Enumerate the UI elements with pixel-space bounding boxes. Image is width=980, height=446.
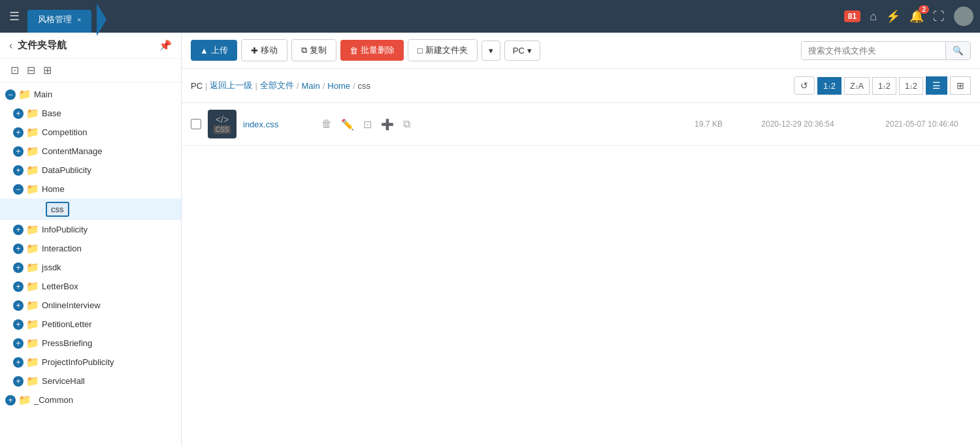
search-input[interactable] (802, 42, 945, 59)
file-delete-btn[interactable]: 🗑 (321, 118, 332, 131)
toggle-petitionletter[interactable]: + (13, 319, 24, 330)
sidebar-item-jssdk[interactable]: +📁jssdk (0, 258, 181, 277)
file-add-btn[interactable]: ➕ (381, 118, 394, 131)
bc-slash2: / (323, 81, 325, 91)
sidebar-item-projectinfopublicity[interactable]: +📁ProjectInfoPublicity (0, 353, 181, 372)
sort-btn-3[interactable]: 1↕2 (872, 77, 896, 95)
sidebar-tool-btn-2[interactable]: ⊟ (25, 63, 37, 78)
breadcrumb: PC | 返回上一级 | 全部文件 / Main / Home / css (191, 80, 370, 91)
sort-btn-4[interactable]: 1↕2 (899, 77, 923, 95)
pin-icon[interactable]: 📌 (159, 39, 172, 52)
newfolder-button[interactable]: □ 新建文件夹 (408, 39, 478, 61)
tree-item-label: OnlineInterview (42, 300, 101, 310)
sidebar-item-servicehall[interactable]: +📁ServiceHall (0, 372, 181, 390)
sidebar-item-common[interactable]: +📁_Common (0, 390, 181, 409)
hamburger-icon[interactable]: ☰ (7, 7, 22, 26)
content-area: ▲ 上传 ✚ 移动 ⧉ 复制 🗑 批量删除 □ 新建文件夹 ▾ PC (182, 33, 980, 446)
tree-item-label: PetitionLetter (42, 319, 92, 329)
toggle-main[interactable]: − (5, 89, 16, 100)
file-thumb: </> CSS (208, 110, 237, 138)
search-wrap: 🔍 (801, 41, 971, 60)
folder-icon: 📁 (26, 261, 39, 274)
move-button[interactable]: ✚ 移动 (241, 39, 287, 61)
sidebar-header: ‹ 文件夹导航 📌 (0, 33, 181, 59)
file-checkbox[interactable] (191, 119, 201, 129)
sidebar: ‹ 文件夹导航 📌 ⊡ ⊟ ⊞ −📁Main+📁Base+📁Competitio… (0, 33, 182, 446)
folder-icon: 📁 (26, 299, 39, 311)
toggle-projectinfopublicity[interactable]: + (13, 357, 24, 368)
sidebar-item-base[interactable]: +📁Base (0, 104, 181, 123)
toggle-competition[interactable]: + (13, 127, 24, 138)
sidebar-item-petitionletter[interactable]: +📁PetitionLetter (0, 315, 181, 334)
bc-back-link[interactable]: 返回上一级 (210, 80, 252, 91)
toggle-interaction[interactable]: + (13, 244, 24, 254)
folder-icon: 📁 (26, 164, 39, 176)
delete-button[interactable]: 🗑 批量删除 (340, 40, 404, 61)
upload-icon: ▲ (200, 46, 208, 56)
sidebar-item-contentmanage[interactable]: +📁ContentManage (0, 142, 181, 161)
move-icon: ✚ (251, 46, 258, 56)
sidebar-item-home[interactable]: −📁Home (0, 180, 181, 199)
toggle-datapublicity[interactable]: + (13, 165, 24, 176)
sidebar-item-main[interactable]: −📁Main (0, 85, 181, 104)
toggle-common[interactable]: + (5, 395, 16, 406)
sidebar-item-competition[interactable]: +📁Competition (0, 123, 181, 142)
copy-button[interactable]: ⧉ 复制 (291, 39, 336, 61)
sidebar-item-onlineinterview[interactable]: +📁OnlineInterview (0, 296, 181, 315)
toggle-servicehall[interactable]: + (13, 376, 24, 387)
toggle-pressbriefing[interactable]: + (13, 338, 24, 349)
grid-view-button[interactable]: ⊞ (950, 76, 971, 95)
home-icon[interactable]: ⌂ (870, 10, 877, 24)
sidebar-item-pressbriefing[interactable]: +📁PressBriefing (0, 334, 181, 353)
upload-button[interactable]: ▲ 上传 (191, 40, 237, 61)
sidebar-item-datapublicity[interactable]: +📁DataPublicity (0, 161, 181, 180)
toggle-letterbox[interactable]: + (13, 281, 24, 292)
list-view-button[interactable]: ☰ (926, 76, 947, 95)
toggle-contentmanage[interactable]: + (13, 146, 24, 157)
sidebar-item-letterbox[interactable]: +📁LetterBox (0, 277, 181, 296)
file-name[interactable]: index.css (243, 119, 308, 129)
pc-button[interactable]: PC ▾ (504, 40, 540, 61)
tree-item-label: Interaction (42, 244, 82, 253)
bc-sep1: | (205, 81, 207, 91)
sidebar-tool-btn-3[interactable]: ⊞ (42, 63, 53, 78)
tab-arrow (97, 3, 106, 36)
tree-item-label: _Common (34, 395, 73, 405)
tab-item[interactable]: 风格管理 × (27, 10, 91, 29)
back-arrow-icon[interactable]: ‹ (9, 40, 12, 52)
file-move-btn[interactable]: ⊡ (363, 118, 372, 131)
tree-item-label: Home (42, 184, 65, 194)
tab-close-icon[interactable]: × (77, 16, 81, 24)
fullscreen-icon[interactable]: ⛶ (933, 10, 945, 24)
file-edit-btn[interactable]: ✏️ (341, 118, 354, 131)
copy-label: 复制 (310, 44, 327, 56)
toggle-base[interactable]: + (13, 108, 24, 119)
folder-active-label: css (46, 202, 69, 217)
sidebar-item-interaction[interactable]: +📁Interaction (0, 239, 181, 258)
sidebar-tool-btn-1[interactable]: ⊡ (9, 63, 20, 78)
toggle-home[interactable]: − (13, 184, 24, 195)
tree-item-label: Competition (42, 127, 87, 137)
bc-main-link[interactable]: Main (301, 81, 319, 91)
toggle-onlineinterview[interactable]: + (13, 300, 24, 311)
more-dropdown-button[interactable]: ▾ (482, 40, 500, 61)
bc-allfiles-link[interactable]: 全部文件 (260, 80, 294, 91)
bc-home-link[interactable]: Home (327, 81, 350, 91)
bc-slash1: / (297, 81, 299, 91)
toggle-infopublicity[interactable]: + (13, 225, 24, 235)
pc-dropdown-icon: ▾ (527, 46, 532, 56)
file-copy-btn[interactable]: ⧉ (403, 118, 410, 131)
refresh-button[interactable]: ↺ (794, 76, 815, 95)
sidebar-item-infopublicity[interactable]: +📁InfoPublicity (0, 220, 181, 239)
toggle-jssdk[interactable]: + (13, 263, 24, 273)
search-button[interactable]: 🔍 (945, 42, 970, 59)
notification-bell[interactable]: 🔔 2 (909, 9, 924, 24)
table-row: </> CSS index.css 🗑 ✏️ ⊡ ➕ ⧉ 19.7 KB 202… (182, 103, 980, 146)
pc-label: PC (513, 46, 525, 56)
lightning-icon[interactable]: ⚡ (886, 9, 900, 24)
sort-btn-1[interactable]: 1↕2 (817, 77, 841, 95)
sort-btn-2[interactable]: Z↕A (844, 77, 870, 95)
bc-slash3: / (353, 81, 355, 91)
sidebar-item-css[interactable]: css (0, 199, 181, 220)
avatar[interactable] (954, 7, 973, 26)
